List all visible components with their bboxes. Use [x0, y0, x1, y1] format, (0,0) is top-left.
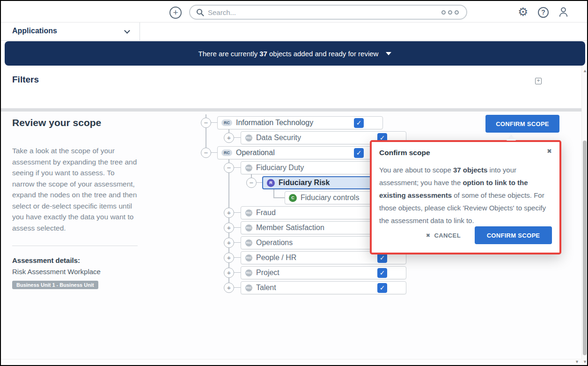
search-options-icon[interactable] — [441, 10, 459, 15]
scope-checkbox-checked[interactable]: ✓ — [377, 253, 387, 263]
tree-node-information-technology[interactable]: RCInformation Technology✓ — [217, 116, 383, 129]
expand-node-toggle[interactable]: + — [224, 283, 234, 293]
divider — [140, 22, 140, 41]
tree-connector — [234, 242, 241, 243]
tree-node-label: Talent — [256, 284, 276, 292]
dialog-confirm-scope-button[interactable]: CONFIRM SCOPE — [475, 226, 552, 244]
business-unit-badge: Business Unit 1 - Business Unit — [12, 281, 98, 289]
rc-badge-icon: RC — [221, 120, 232, 126]
tree-node-operational[interactable]: RCOperational✓ — [217, 146, 383, 159]
tree-connector — [234, 227, 241, 228]
scroll-up-arrow-icon[interactable]: ▲ — [583, 68, 587, 73]
close-icon[interactable]: ✖ — [547, 148, 552, 155]
popover-arrow — [507, 134, 516, 141]
chevron-down-icon[interactable] — [124, 28, 130, 34]
banner-text-suffix: objects added and ready for review — [269, 50, 378, 58]
assessment-name: Risk Assessment Workplace — [12, 268, 138, 276]
tree-node-label: Operational — [236, 149, 275, 157]
rsc-badge-icon: RSC — [245, 224, 252, 232]
scope-description: Take a look at the scope of your assessm… — [12, 145, 138, 233]
dialog-footer: ✖ CANCEL CONFIRM SCOPE — [426, 226, 552, 244]
tree-connector — [234, 257, 241, 258]
scope-checkbox-checked[interactable]: ✓ — [354, 118, 364, 128]
filters-section: Filters + — [1, 66, 581, 108]
tree-node-label: Operations — [256, 239, 293, 247]
rsc-badge-icon: RSC — [245, 284, 252, 291]
tree-node-label: Project — [256, 269, 279, 277]
tree-node-label: Fiduciary Risk — [279, 179, 330, 187]
tree-connector — [234, 137, 241, 138]
rsc-badge-icon: RSC — [245, 254, 252, 261]
applications-dropdown[interactable]: Applications — [12, 27, 57, 35]
tree-node-label: Data Security — [256, 134, 301, 142]
dialog-title: Confirm scope — [379, 149, 430, 157]
expand-node-toggle[interactable]: + — [224, 208, 234, 218]
collapse-node-toggle[interactable]: − — [201, 148, 211, 158]
search-bar[interactable] — [189, 5, 467, 20]
scope-checkbox-checked[interactable]: ✓ — [377, 268, 387, 278]
tree-connector — [257, 182, 262, 183]
rsc-badge-icon: RSC — [245, 239, 252, 246]
expand-node-toggle[interactable]: + — [224, 238, 234, 248]
expand-node-toggle[interactable]: + — [224, 253, 234, 263]
banner-caret-icon[interactable] — [386, 52, 391, 55]
rsc-badge-icon: RSC — [245, 164, 252, 172]
collapse-node-toggle[interactable]: − — [246, 178, 257, 188]
help-icon[interactable]: ? — [538, 7, 549, 18]
tree-connector — [273, 197, 285, 198]
scroll-right-arrow-icon[interactable]: ▼ — [575, 359, 579, 364]
section-divider — [1, 108, 581, 112]
tree-node-talent[interactable]: RSCTalent✓ — [241, 281, 406, 294]
horizontal-scrollbar[interactable] — [1, 359, 581, 366]
scope-checkbox-checked[interactable]: ✓ — [354, 148, 364, 158]
page-title: Review your scope — [12, 117, 138, 128]
collapse-node-toggle[interactable]: − — [201, 118, 211, 128]
confirm-scope-dialog: Confirm scope ✖ You are about to scope 3… — [370, 140, 561, 254]
tree-connector — [234, 287, 241, 288]
create-icon[interactable]: + — [169, 7, 182, 19]
expand-node-toggle[interactable]: + — [224, 223, 234, 233]
scroll-down-arrow-icon[interactable]: ▼ — [583, 359, 587, 364]
tree-node-label: Member Satisfaction — [256, 224, 324, 232]
add-filter-icon[interactable]: + — [535, 78, 542, 84]
dialog-body: You are about to scope 37 objects into y… — [379, 164, 550, 227]
top-bar: + ⚙ ? — [1, 1, 588, 22]
search-input[interactable] — [208, 8, 441, 16]
cancel-label: CANCEL — [434, 232, 461, 239]
tree-node-project[interactable]: RSCProject✓ — [241, 266, 406, 279]
filters-title: Filters — [12, 75, 39, 85]
expand-node-toggle[interactable]: + — [224, 268, 234, 278]
scope-checkbox-checked[interactable]: ✓ — [377, 283, 387, 293]
tree-connector — [273, 189, 274, 198]
tree-node-label: People / HR — [256, 254, 296, 262]
banner-text-prefix: There are currently — [198, 50, 258, 58]
search-icon — [196, 8, 204, 16]
confirm-scope-button[interactable]: CONFIRM SCOPE — [485, 115, 559, 133]
rsc-badge-icon: RSC — [245, 134, 252, 142]
tree-node-label: Fiduciary controls — [301, 194, 359, 202]
tree-node-label: Fraud — [256, 209, 276, 217]
risk-badge-icon: R — [267, 179, 275, 187]
applications-bar: Applications — [1, 22, 588, 41]
rsc-badge-icon: RSC — [245, 209, 252, 217]
cancel-button[interactable]: ✖ CANCEL — [426, 232, 461, 239]
user-profile-icon[interactable] — [558, 6, 569, 18]
scope-instructions-panel: Review your scope Take a look at the sco… — [12, 117, 138, 289]
tree-connector — [211, 122, 217, 123]
tree-connector — [234, 167, 241, 168]
control-badge-icon: C — [289, 194, 297, 202]
divider — [12, 246, 138, 246]
settings-gear-icon[interactable]: ⚙ — [518, 5, 528, 19]
objects-review-banner[interactable]: There are currently 37 objects added and… — [5, 41, 585, 66]
app-window: + ⚙ ? Applications There are currently 3… — [0, 0, 588, 366]
tree-node-label: Fiduciary Duty — [256, 164, 304, 172]
expand-node-toggle[interactable]: + — [224, 133, 234, 143]
cancel-x-icon: ✖ — [426, 232, 431, 239]
tree-node-label: Information Technology — [236, 119, 313, 127]
rc-badge-icon: RC — [221, 149, 232, 156]
vertical-scrollbar-thumb[interactable] — [583, 141, 587, 355]
collapse-node-toggle[interactable]: − — [224, 163, 234, 173]
tree-connector — [234, 212, 241, 213]
tree-connector — [211, 152, 217, 153]
assessment-details-label: Assessment details: — [12, 256, 138, 264]
